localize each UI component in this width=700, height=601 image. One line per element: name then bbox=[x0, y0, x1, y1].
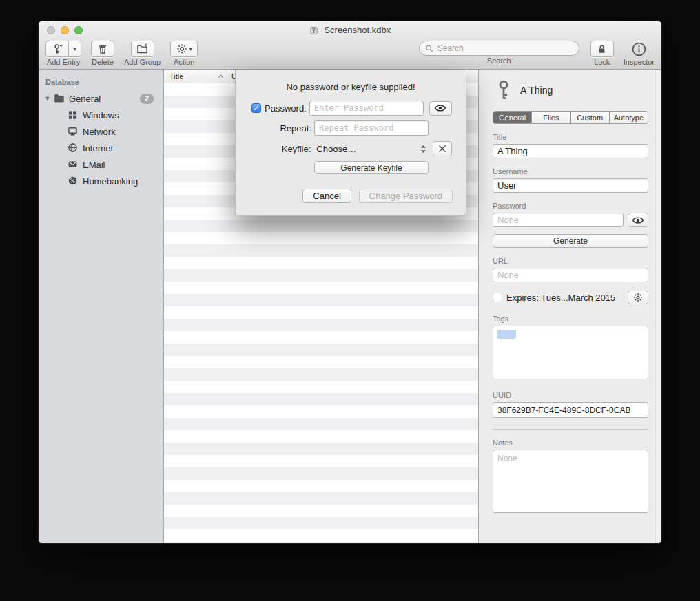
notes-label: Notes bbox=[493, 439, 649, 447]
password-label: Password bbox=[493, 202, 649, 210]
delete-button[interactable] bbox=[91, 41, 114, 57]
tab-custom[interactable]: Custom bbox=[570, 112, 609, 123]
tab-files[interactable]: Files bbox=[531, 112, 570, 123]
chevron-down-icon: ▾ bbox=[73, 46, 76, 52]
url-field[interactable] bbox=[493, 268, 648, 282]
add-group-button[interactable] bbox=[131, 41, 154, 57]
dialog-actions: Cancel Change Password bbox=[236, 189, 453, 203]
toolbar-delete: Delete bbox=[91, 41, 114, 66]
inspector-panel: A Thing General Files Custom Autotype Ti… bbox=[478, 70, 661, 543]
sidebar: Database ▼ General 2 Windows Networ bbox=[39, 70, 164, 543]
search-field[interactable] bbox=[419, 41, 579, 56]
gear-icon bbox=[176, 43, 187, 54]
envelope-icon bbox=[68, 159, 79, 170]
tab-autotype[interactable]: Autotype bbox=[609, 112, 648, 123]
eye-icon bbox=[434, 104, 446, 112]
dialog-keyfile-row: Keyfile: Choose… bbox=[249, 141, 452, 156]
toolbar-add-entry: ▾ Add Entry bbox=[45, 41, 81, 66]
clear-keyfile-button[interactable] bbox=[433, 141, 452, 156]
add-entry-label: Add Entry bbox=[47, 59, 80, 66]
search-label: Search bbox=[487, 57, 511, 65]
sidebar-item-network[interactable]: Network bbox=[39, 123, 163, 140]
dialog-password-input[interactable] bbox=[309, 101, 424, 116]
document-icon bbox=[309, 26, 318, 35]
add-group-label: Add Group bbox=[124, 59, 161, 66]
dialog-repeat-input[interactable] bbox=[314, 120, 429, 136]
generate-button[interactable]: Generate bbox=[493, 234, 648, 248]
change-password-button[interactable]: Change Password bbox=[359, 189, 453, 203]
inspector-tabs: General Files Custom Autotype bbox=[493, 111, 648, 124]
sidebar-item-label: Homebanking bbox=[83, 176, 163, 187]
toolbar-inspector: Inspector bbox=[624, 41, 655, 66]
lock-button[interactable] bbox=[590, 41, 614, 57]
gear-icon bbox=[633, 293, 643, 302]
tab-general[interactable]: General bbox=[493, 112, 531, 123]
globe-icon bbox=[68, 143, 79, 154]
sidebar-header: Database bbox=[39, 75, 163, 90]
window-header: Screenshot.kdbx ▾ Add Entry bbox=[39, 21, 661, 70]
password-checkbox[interactable]: ✓ bbox=[251, 103, 261, 113]
key-icon bbox=[495, 80, 512, 101]
dialog-repeat-label: Repeat: bbox=[280, 123, 311, 134]
sidebar-group-label: General bbox=[69, 94, 140, 104]
action-button[interactable]: ▾ bbox=[170, 41, 198, 57]
lock-icon bbox=[597, 44, 607, 54]
expires-checkbox[interactable] bbox=[493, 293, 502, 302]
disclosure-triangle-icon[interactable]: ▼ bbox=[41, 95, 54, 102]
username-field[interactable] bbox=[493, 178, 648, 193]
generate-keyfile-button[interactable]: Generate Keyfile bbox=[314, 161, 429, 174]
monitor-icon bbox=[68, 126, 79, 137]
sidebar-item-homebanking[interactable]: Homebanking bbox=[39, 173, 163, 189]
app-window: Screenshot.kdbx ▾ Add Entry bbox=[38, 21, 662, 544]
sidebar-item-label: Windows bbox=[83, 110, 163, 120]
lock-label: Lock bbox=[594, 59, 610, 66]
dialog-password-label: Password: bbox=[265, 103, 307, 114]
title-field[interactable] bbox=[493, 144, 648, 158]
tag-token[interactable] bbox=[497, 330, 516, 339]
percent-coin-icon bbox=[68, 176, 79, 187]
dialog-reveal-password-button[interactable] bbox=[429, 101, 452, 116]
search-icon bbox=[425, 44, 434, 53]
toolbar-action: ▾ Action bbox=[170, 41, 198, 66]
password-field[interactable] bbox=[493, 213, 624, 227]
sidebar-group-general[interactable]: ▼ General 2 bbox=[39, 90, 163, 107]
title-label: Title bbox=[493, 133, 649, 141]
entry-title: A Thing bbox=[520, 85, 553, 96]
inspector-label: Inspector bbox=[624, 59, 655, 66]
inspector-button[interactable] bbox=[627, 41, 650, 57]
close-x-icon bbox=[438, 145, 446, 153]
titlebar: Screenshot.kdbx bbox=[39, 21, 661, 39]
dialog-keyfile-label: Keyfile: bbox=[282, 144, 311, 154]
sidebar-item-email[interactable]: EMail bbox=[39, 156, 163, 173]
username-label: Username bbox=[493, 167, 649, 176]
stepper-icon bbox=[420, 144, 427, 154]
column-header-title[interactable]: Title bbox=[164, 72, 218, 81]
tags-box[interactable] bbox=[493, 326, 648, 379]
toolbar: ▾ Add Entry Delete bbox=[39, 39, 661, 70]
reveal-password-button[interactable] bbox=[628, 213, 648, 227]
eye-icon bbox=[632, 216, 644, 224]
delete-label: Delete bbox=[92, 59, 114, 66]
dialog-repeat-row: Repeat: bbox=[249, 120, 452, 136]
window-title: Screenshot.kdbx bbox=[39, 25, 661, 35]
tags-label: Tags bbox=[493, 315, 649, 323]
entry-header: A Thing bbox=[495, 78, 649, 103]
uuid-field[interactable] bbox=[493, 402, 648, 418]
sidebar-item-internet[interactable]: Internet bbox=[39, 140, 163, 156]
add-entry-button[interactable] bbox=[45, 41, 69, 57]
notes-field[interactable] bbox=[493, 450, 648, 513]
key-plus-icon bbox=[52, 43, 63, 55]
folder-icon bbox=[54, 93, 65, 104]
sidebar-item-label: EMail bbox=[83, 160, 163, 170]
expires-options-button[interactable] bbox=[628, 291, 648, 304]
inspector-scrollbar[interactable] bbox=[655, 70, 661, 543]
keyfile-popup-button[interactable]: Choose… bbox=[316, 144, 427, 154]
cancel-button[interactable]: Cancel bbox=[302, 189, 351, 203]
sort-ascending-icon bbox=[218, 74, 224, 79]
search-input[interactable] bbox=[438, 43, 573, 53]
add-entry-dropdown-button[interactable]: ▾ bbox=[69, 41, 81, 57]
dialog-message: No password or keyfile supplied! bbox=[236, 82, 466, 92]
folder-plus-icon bbox=[136, 43, 148, 55]
sidebar-item-windows[interactable]: Windows bbox=[39, 107, 163, 123]
expires-label: Expires: Tues...March 2015 bbox=[506, 293, 624, 303]
